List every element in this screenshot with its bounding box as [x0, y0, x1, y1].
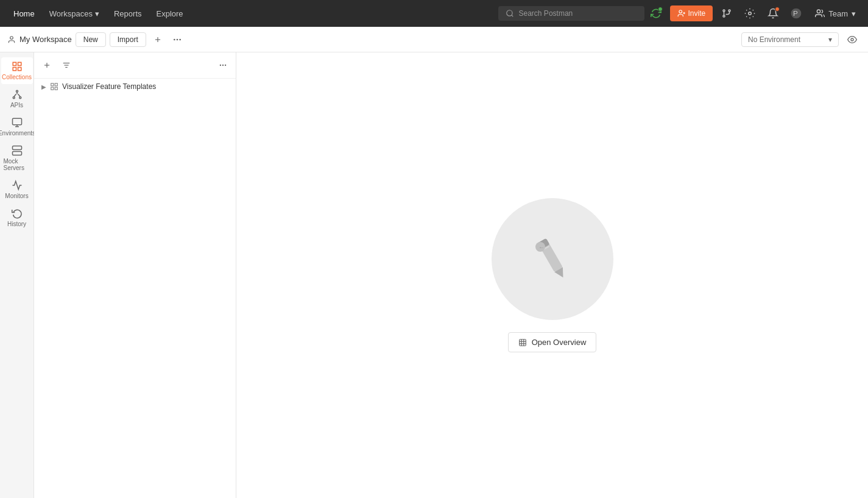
tab-add-button[interactable] — [150, 32, 166, 48]
invite-icon — [677, 9, 686, 18]
sidebar-item-environments[interactable]: Environments — [1, 113, 33, 140]
sidebar-item-mock-servers[interactable]: Mock Servers — [1, 141, 33, 175]
panel-search-input[interactable] — [78, 61, 211, 69]
history-label: History — [7, 221, 26, 227]
notification-dot — [775, 7, 780, 12]
user-icon — [7, 35, 16, 44]
home-label: Home — [13, 9, 35, 18]
workspace-bar-left: My Workspace New Import — [7, 32, 736, 48]
invite-button[interactable]: Invite — [670, 5, 713, 21]
mock-servers-icon — [12, 145, 23, 156]
search-placeholder: Search Postman — [519, 9, 573, 18]
new-button[interactable]: New — [76, 32, 106, 47]
settings-button[interactable] — [741, 4, 759, 23]
open-overview-label: Open Overview — [532, 338, 587, 347]
sidebar-item-apis[interactable]: APIs — [1, 85, 33, 112]
svg-rect-41 — [55, 84, 57, 86]
monitors-label: Monitors — [5, 193, 28, 199]
navbar-left: Home Workspaces ▾ Reports Explore — [7, 5, 496, 22]
collection-item[interactable]: ▶ Visualizer Feature Templates — [34, 79, 236, 94]
svg-point-38 — [222, 65, 224, 66]
workspace-name-section: My Workspace — [7, 35, 72, 44]
workspace-actions: New Import — [76, 32, 146, 47]
monitors-icon — [12, 180, 23, 191]
svg-point-23 — [13, 97, 15, 99]
collections-label: Collections — [2, 74, 32, 80]
import-button[interactable]: Import — [110, 32, 146, 47]
nav-reports[interactable]: Reports — [108, 5, 148, 22]
sidebar-icons: Collections APIs Environments Mock Serve… — [0, 52, 34, 498]
history-icon — [12, 208, 23, 219]
empty-state-illustration: ← — [522, 229, 583, 290]
nav-home[interactable]: Home — [7, 5, 41, 22]
explore-label: Explore — [157, 9, 183, 18]
nav-explore[interactable]: Explore — [150, 5, 189, 22]
postman-logo-button[interactable]: P — [787, 4, 805, 23]
empty-state: ← Open Overview — [492, 198, 613, 352]
svg-point-15 — [176, 38, 178, 40]
open-overview-button[interactable]: Open Overview — [508, 332, 597, 352]
mock-servers-label: Mock Servers — [4, 158, 30, 171]
svg-rect-43 — [51, 87, 54, 90]
collection-name: Visualizer Feature Templates — [62, 82, 156, 91]
svg-point-0 — [506, 10, 512, 16]
empty-circle-illustration: ← — [492, 198, 613, 320]
collections-icon — [12, 61, 23, 72]
workspace-bar-right: No Environment ▾ — [741, 31, 861, 48]
team-button[interactable]: Team ▾ — [810, 6, 861, 21]
svg-rect-29 — [12, 152, 21, 155]
invite-label: Invite — [688, 9, 706, 18]
svg-rect-50 — [519, 339, 526, 346]
postman-logo-icon: P — [790, 7, 802, 20]
svg-point-10 — [817, 10, 820, 13]
add-collection-icon — [43, 61, 51, 69]
nav-workspaces[interactable]: Workspaces ▾ — [43, 5, 105, 22]
collection-expand-icon: ▶ — [41, 84, 46, 90]
svg-text:P: P — [793, 9, 798, 17]
svg-rect-21 — [13, 68, 16, 71]
svg-point-14 — [174, 38, 175, 40]
fork-icon — [721, 8, 732, 19]
svg-rect-25 — [12, 118, 21, 125]
main-content: ← Open Overview — [236, 52, 868, 498]
main-layout: Collections APIs Environments Mock Serve… — [0, 52, 868, 498]
workspaces-arrow-icon: ▾ — [95, 9, 99, 18]
plus-icon — [153, 35, 162, 44]
environment-selector[interactable]: No Environment ▾ — [741, 32, 839, 47]
svg-rect-20 — [18, 68, 21, 71]
workspace-name-label: My Workspace — [19, 35, 72, 44]
panel-more-button[interactable] — [215, 57, 231, 73]
sidebar-item-monitors[interactable]: Monitors — [1, 176, 33, 203]
collection-icon — [50, 82, 58, 91]
navbar-right: Invite P — [647, 4, 861, 23]
svg-point-37 — [220, 65, 221, 66]
svg-rect-42 — [55, 87, 57, 90]
env-chevron-icon: ▾ — [828, 35, 832, 44]
search-icon — [506, 9, 514, 18]
sync-button[interactable] — [647, 4, 665, 23]
filter-icon — [62, 61, 71, 69]
workspace-more-button[interactable] — [169, 32, 185, 48]
panel-filter-button[interactable] — [58, 57, 74, 73]
environment-eye-button[interactable] — [844, 31, 861, 48]
panel-add-button[interactable] — [39, 57, 55, 73]
eye-icon — [847, 35, 857, 44]
svg-point-11 — [10, 36, 13, 39]
overview-icon — [518, 338, 527, 347]
svg-rect-19 — [18, 62, 21, 65]
svg-point-5 — [729, 10, 730, 12]
notifications-button[interactable] — [764, 4, 782, 23]
fork-button[interactable] — [718, 4, 736, 23]
workspace-bar: My Workspace New Import No Environment ▾ — [0, 27, 868, 52]
svg-point-4 — [723, 10, 725, 12]
svg-point-22 — [16, 90, 18, 92]
sidebar-item-collections[interactable]: Collections — [1, 57, 33, 84]
svg-point-39 — [225, 65, 226, 66]
search-bar[interactable]: Search Postman — [498, 6, 644, 21]
svg-rect-40 — [51, 84, 54, 86]
sidebar-item-history[interactable]: History — [1, 204, 33, 231]
svg-rect-18 — [13, 62, 16, 65]
svg-point-6 — [723, 15, 725, 17]
svg-point-24 — [19, 97, 21, 99]
more-dots-icon — [172, 35, 182, 44]
